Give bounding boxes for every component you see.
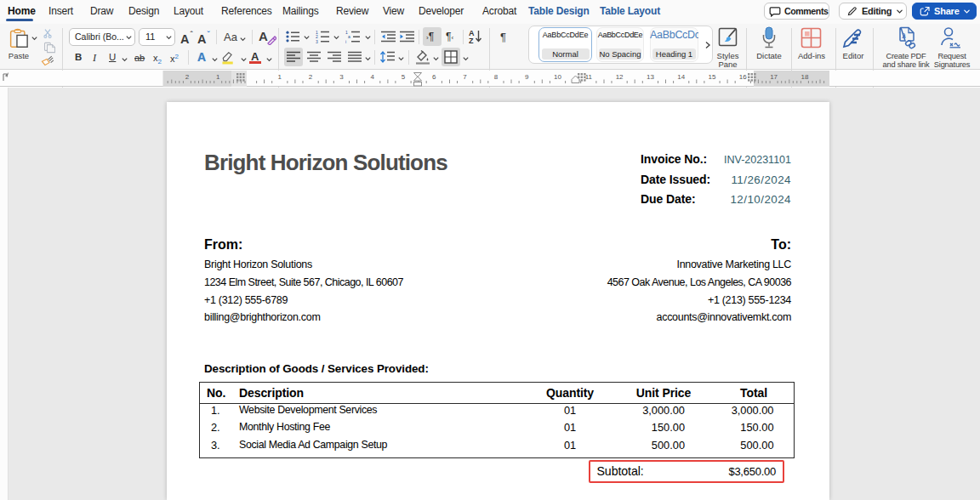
svg-text:3: 3 (339, 73, 344, 81)
svg-text:5: 5 (402, 73, 406, 81)
svg-text:1: 1 (216, 73, 220, 81)
svg-text:1: 1 (278, 73, 282, 81)
svg-text:13: 13 (647, 73, 654, 81)
svg-text:7: 7 (463, 73, 467, 81)
svg-text:a: a (348, 34, 350, 39)
svg-text:9: 9 (525, 73, 529, 81)
svg-text:16: 16 (739, 73, 747, 81)
svg-text:i: i (345, 39, 346, 43)
svg-text:12: 12 (616, 73, 624, 81)
svg-text:8: 8 (494, 73, 499, 81)
svg-text:15: 15 (709, 73, 716, 81)
svg-text:λ: λ (902, 32, 906, 40)
svg-text:3: 3 (316, 39, 318, 43)
svg-text:4: 4 (370, 73, 374, 81)
svg-text:Z: Z (469, 37, 474, 44)
svg-text:17: 17 (770, 73, 778, 81)
svg-text:18: 18 (801, 73, 808, 81)
svg-text:11: 11 (585, 73, 593, 81)
svg-text:2: 2 (185, 73, 190, 81)
svg-text:6: 6 (432, 73, 436, 81)
svg-text:10: 10 (554, 73, 561, 81)
svg-text:2: 2 (309, 73, 313, 81)
svg-text:14: 14 (677, 73, 685, 81)
